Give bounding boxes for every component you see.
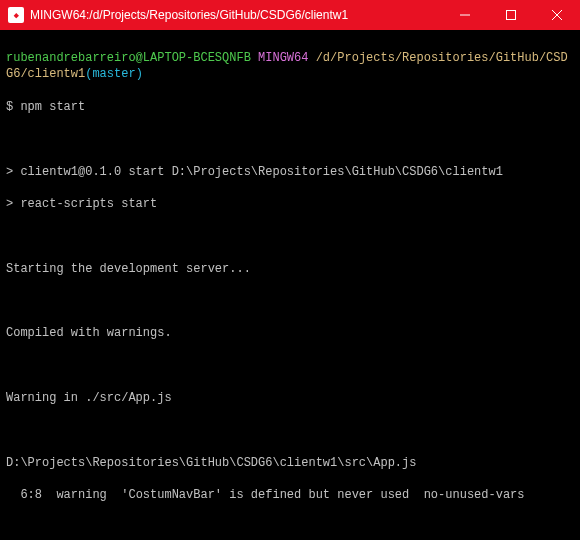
window-titlebar: ⬥ MINGW64:/d/Projects/Repositories/GitHu… xyxy=(0,0,580,30)
minimize-icon xyxy=(460,10,470,20)
svg-rect-1 xyxy=(507,11,516,20)
npm-script-header2: > react-scripts start xyxy=(6,196,574,212)
terminal-pane[interactable]: rubenandrebarreiro@LAPTOP-BCESQNFB MINGW… xyxy=(0,30,580,540)
app-icon: ⬥ xyxy=(8,7,24,23)
prompt-host: MINGW64 xyxy=(258,51,308,65)
prompt-line: rubenandrebarreiro@LAPTOP-BCESQNFB MINGW… xyxy=(6,50,574,82)
warning1-title: Warning in ./src/App.js xyxy=(6,390,574,406)
app-icon-glyph: ⬥ xyxy=(13,9,20,21)
compiled-line: Compiled with warnings. xyxy=(6,325,574,341)
starting-line: Starting the development server... xyxy=(6,261,574,277)
maximize-button[interactable] xyxy=(488,0,534,30)
prompt-branch: (master) xyxy=(85,67,143,81)
blank-line xyxy=(6,423,574,439)
maximize-icon xyxy=(506,10,516,20)
command-text: npm start xyxy=(20,100,85,114)
prompt-symbol: $ xyxy=(6,100,13,114)
minimize-button[interactable] xyxy=(442,0,488,30)
blank-line xyxy=(6,131,574,147)
command-line: $ npm start xyxy=(6,99,574,115)
blank-line xyxy=(6,228,574,244)
close-icon xyxy=(552,10,562,20)
close-button[interactable] xyxy=(534,0,580,30)
window-controls xyxy=(442,0,580,30)
warning1-path: D:\Projects\Repositories\GitHub\CSDG6\cl… xyxy=(6,455,574,471)
npm-script-header: > clientw1@0.1.0 start D:\Projects\Repos… xyxy=(6,164,574,180)
blank-line xyxy=(6,520,574,536)
blank-line xyxy=(6,293,574,309)
blank-line xyxy=(6,358,574,374)
prompt-user: rubenandrebarreiro@LAPTOP-BCESQNFB xyxy=(6,51,251,65)
warning1-message: 6:8 warning 'CostumNavBar' is defined bu… xyxy=(6,487,574,503)
window-title: MINGW64:/d/Projects/Repositories/GitHub/… xyxy=(30,8,442,22)
